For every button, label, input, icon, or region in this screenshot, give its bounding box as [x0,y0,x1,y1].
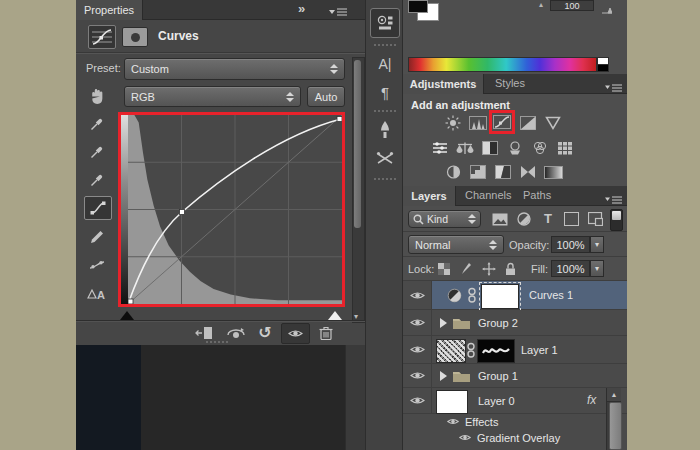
curve-point[interactable] [128,299,133,304]
reset-adjustment-button[interactable]: ↺ [254,322,276,342]
lock-transparency-button[interactable] [437,262,451,276]
shadow-input-slider[interactable] [120,311,134,320]
gray-point-eyedropper[interactable] [84,140,110,162]
layer-mask-thumbnail[interactable] [481,284,519,309]
layer-row-layer-0[interactable]: Layer 0 fx [403,388,627,414]
adjustment-icon-color-lookup[interactable] [555,139,575,157]
layer-name[interactable]: Curves 1 [529,289,573,301]
draw-curve-pencil-tool[interactable] [84,226,110,248]
filter-type-layers-button[interactable]: T [541,210,555,226]
scrollbar-thumb[interactable] [609,402,622,450]
collapse-panel-button[interactable]: » [298,1,305,16]
visibility-cell[interactable] [403,281,432,309]
fill-dropdown-button[interactable]: ▾ [590,260,604,277]
filter-pixel-layers-button[interactable] [491,212,508,226]
adjustment-icon-channel-mixer[interactable] [530,139,550,157]
layer-thumbnail[interactable] [436,390,468,414]
lock-all-button[interactable] [504,261,516,276]
layer-name[interactable]: Group 2 [478,317,518,329]
blend-mode-dropdown[interactable]: Normal [408,235,504,254]
lock-pixels-button[interactable] [459,261,473,276]
tab-styles[interactable]: Styles [495,77,525,89]
layer-name[interactable]: Layer 0 [478,395,515,407]
opacity-dropdown-button[interactable]: ▾ [590,236,604,253]
lock-position-button[interactable] [481,261,496,276]
filter-kind-dropdown[interactable]: Kind [408,210,481,228]
filter-on-off-toggle[interactable] [610,209,623,231]
layer-name[interactable]: Layer 1 [521,344,558,356]
visibility-cell[interactable] [403,336,432,363]
adjustment-icon-threshold[interactable] [493,163,513,181]
adjustment-icon-photo-filter[interactable] [505,139,525,157]
adjustment-icon-color-balance[interactable] [455,139,475,157]
curves-graph-highlighted[interactable] [118,112,345,307]
layer-mask-thumbnail[interactable] [477,339,515,363]
effect-item-label[interactable]: Gradient Overlay [477,432,560,444]
targeted-adjustment-tool[interactable] [84,85,110,107]
gradient-overlay-row[interactable]: Gradient Overlay [403,429,627,446]
mask-badge[interactable] [122,27,148,47]
edit-points-curve-tool[interactable] [84,196,112,220]
tab-properties[interactable]: Properties [76,0,143,20]
layer-row-group-1[interactable]: Group 1 [403,364,627,388]
panel-menu-button[interactable] [605,191,625,202]
panel-menu-button[interactable] [328,4,348,15]
clone-source-panel-button[interactable] [371,146,399,170]
layer-row-group-2[interactable]: Group 2 [403,310,627,336]
curve-point[interactable] [180,210,185,215]
smooth-curve-tool[interactable] [84,254,110,276]
adjustment-icon-selective-color[interactable] [518,163,538,181]
filter-adjustment-layers-button[interactable] [516,211,532,227]
delete-adjustment-button[interactable] [316,323,336,342]
color-spectrum-ramp[interactable] [408,57,597,72]
layers-scrollbar[interactable]: ▲ [606,388,621,450]
layer-name[interactable]: Group 1 [478,370,518,382]
black-point-eyedropper[interactable] [84,112,110,134]
document-canvas[interactable] [76,345,365,450]
dock-group-grip[interactable] [374,44,396,46]
curves-plot[interactable] [128,115,342,304]
black-swatch[interactable] [597,64,609,72]
mask-link-icon[interactable] [468,287,476,304]
effects-eye-icon[interactable] [447,417,459,426]
adjustment-icon-hue-saturation[interactable] [430,139,450,157]
dock-group-grip[interactable] [374,110,396,112]
toggle-visibility-button[interactable] [281,323,310,344]
expand-group-arrow[interactable] [440,371,447,381]
preset-dropdown[interactable]: Custom [124,58,345,80]
foreground-color-swatch[interactable] [408,0,428,13]
visibility-cell[interactable] [403,388,432,413]
adjustment-icon-black-white[interactable] [480,139,500,157]
slider-knob-icon[interactable]: ▴ [539,0,543,9]
curves-adjustment-badge[interactable] [88,25,116,49]
document-scroll-edge[interactable] [345,345,366,450]
visibility-cell[interactable] [403,310,432,335]
adjustment-icon-levels[interactable] [468,114,488,132]
opacity-value-field[interactable]: 100% [551,236,590,253]
scrollbar-thumb[interactable] [354,60,361,228]
channel-dropdown[interactable]: RGB [124,86,301,107]
paragraph-panel-button[interactable]: ¶ [371,80,399,104]
dock-group-grip[interactable] [374,178,396,180]
tab-channels[interactable]: Channels [465,189,511,201]
fx-badge[interactable]: fx [587,393,596,407]
visibility-cell[interactable] [403,364,432,387]
adjustment-icon-exposure[interactable] [518,114,538,132]
mask-link-icon[interactable] [467,342,475,359]
character-panel-button[interactable]: A| [371,52,399,76]
color-slider-value-field[interactable]: 100 [550,0,594,11]
layer-thumbnail[interactable] [436,339,466,363]
adjustment-icon-curves-highlight[interactable] [489,110,515,134]
adjustment-icon-posterize[interactable] [468,163,488,181]
tab-paths[interactable]: Paths [523,189,551,201]
adjustment-icon-vibrance[interactable] [543,114,563,132]
brush-panel-button[interactable] [371,116,399,142]
scrollbar-up-button[interactable]: ▲ [607,388,621,402]
effects-row[interactable]: Effects [403,414,627,429]
layer-row-layer-1[interactable]: Layer 1 [403,336,627,364]
tab-adjustments[interactable]: Adjustments [403,74,484,94]
clipping-warning-toggle[interactable]: A [84,282,110,304]
workspace-panel-button[interactable] [370,8,400,38]
highlight-input-slider[interactable] [328,311,342,320]
white-point-eyedropper[interactable] [84,168,110,190]
